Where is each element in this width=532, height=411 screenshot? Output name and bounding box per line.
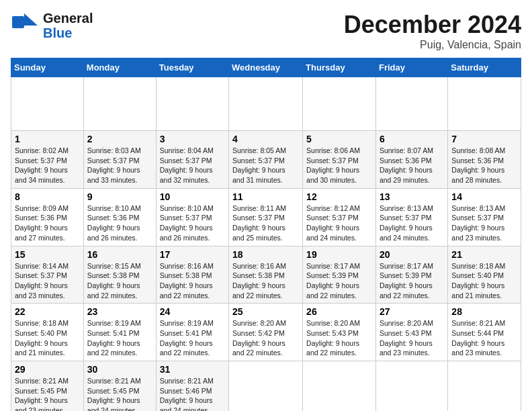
day-info: Sunrise: 8:05 AMSunset: 5:37 PMDaylight:… (232, 146, 286, 184)
day-info: Sunrise: 8:10 AMSunset: 5:37 PMDaylight:… (160, 204, 214, 242)
calendar-cell: 22 Sunrise: 8:18 AMSunset: 5:40 PMDaylig… (11, 304, 84, 361)
calendar-cell (303, 77, 376, 131)
calendar-cell: 10 Sunrise: 8:10 AMSunset: 5:37 PMDaylig… (156, 188, 228, 246)
day-info: Sunrise: 8:12 AMSunset: 5:37 PMDaylight:… (306, 204, 360, 242)
day-number: 1 (15, 134, 80, 144)
logo-blue: Blue (43, 26, 72, 40)
day-number: 3 (160, 134, 225, 144)
day-number: 2 (87, 134, 152, 144)
day-info: Sunrise: 8:21 AMSunset: 5:45 PMDaylight:… (87, 377, 141, 411)
day-number: 8 (15, 191, 80, 202)
day-number: 15 (15, 249, 80, 260)
day-info: Sunrise: 8:20 AMSunset: 5:43 PMDaylight:… (380, 319, 433, 357)
day-info: Sunrise: 8:09 AMSunset: 5:36 PMDaylight:… (15, 204, 69, 242)
day-info: Sunrise: 8:13 AMSunset: 5:37 PMDaylight:… (380, 204, 433, 242)
day-number: 7 (451, 134, 517, 144)
calendar-cell: 9 Sunrise: 8:10 AMSunset: 5:36 PMDayligh… (83, 188, 156, 246)
calendar-cell: 11 Sunrise: 8:11 AMSunset: 5:37 PMDaylig… (229, 188, 303, 246)
calendar-cell: 6 Sunrise: 8:07 AMSunset: 5:36 PMDayligh… (375, 131, 447, 189)
weekday-header-monday: Monday (83, 58, 156, 77)
calendar-cell: 18 Sunrise: 8:16 AMSunset: 5:38 PMDaylig… (229, 246, 303, 304)
calendar-cell: 15 Sunrise: 8:14 AMSunset: 5:37 PMDaylig… (11, 246, 84, 304)
day-number: 22 (15, 306, 80, 317)
day-number: 21 (451, 249, 517, 260)
page-header: General Blue December 2024 Puig, Valenci… (11, 11, 521, 51)
day-info: Sunrise: 8:04 AMSunset: 5:37 PMDaylight:… (160, 146, 214, 184)
day-number: 9 (87, 191, 152, 202)
day-number: 18 (232, 249, 299, 260)
day-number: 29 (15, 364, 80, 375)
calendar-cell: 12 Sunrise: 8:12 AMSunset: 5:37 PMDaylig… (303, 188, 376, 246)
day-info: Sunrise: 8:15 AMSunset: 5:38 PMDaylight:… (87, 262, 141, 300)
day-number: 30 (87, 364, 152, 375)
day-info: Sunrise: 8:10 AMSunset: 5:36 PMDaylight:… (87, 204, 141, 242)
day-number: 26 (306, 306, 372, 317)
weekday-header-tuesday: Tuesday (156, 58, 228, 77)
calendar-cell: 20 Sunrise: 8:17 AMSunset: 5:39 PMDaylig… (375, 246, 447, 304)
day-number: 16 (87, 249, 152, 260)
day-number: 4 (232, 134, 299, 144)
calendar-cell (375, 77, 447, 131)
day-info: Sunrise: 8:02 AMSunset: 5:37 PMDaylight:… (15, 146, 69, 184)
calendar-cell (229, 77, 303, 131)
calendar-cell (229, 361, 303, 412)
calendar-cell: 29 Sunrise: 8:21 AMSunset: 5:45 PMDaylig… (11, 361, 84, 412)
calendar-cell: 24 Sunrise: 8:19 AMSunset: 5:41 PMDaylig… (156, 304, 228, 361)
calendar-cell: 3 Sunrise: 8:04 AMSunset: 5:37 PMDayligh… (156, 131, 228, 189)
day-info: Sunrise: 8:07 AMSunset: 5:36 PMDaylight:… (380, 146, 433, 184)
day-info: Sunrise: 8:20 AMSunset: 5:42 PMDaylight:… (232, 319, 286, 357)
day-info: Sunrise: 8:17 AMSunset: 5:39 PMDaylight:… (380, 262, 433, 300)
calendar-cell (303, 361, 376, 412)
day-number: 27 (380, 306, 444, 317)
day-number: 5 (306, 134, 372, 144)
calendar-cell (83, 77, 156, 131)
day-number: 14 (451, 191, 517, 202)
day-info: Sunrise: 8:16 AMSunset: 5:38 PMDaylight:… (160, 262, 214, 300)
calendar-cell: 23 Sunrise: 8:19 AMSunset: 5:41 PMDaylig… (83, 304, 156, 361)
day-info: Sunrise: 8:19 AMSunset: 5:41 PMDaylight:… (87, 319, 141, 357)
day-number: 19 (306, 249, 372, 260)
day-info: Sunrise: 8:08 AMSunset: 5:36 PMDaylight:… (451, 146, 505, 184)
day-number: 17 (160, 249, 225, 260)
day-info: Sunrise: 8:18 AMSunset: 5:40 PMDaylight:… (451, 262, 505, 300)
day-info: Sunrise: 8:17 AMSunset: 5:39 PMDaylight:… (306, 262, 360, 300)
day-number: 23 (87, 306, 152, 317)
calendar-cell: 4 Sunrise: 8:05 AMSunset: 5:37 PMDayligh… (229, 131, 303, 189)
day-info: Sunrise: 8:13 AMSunset: 5:37 PMDaylight:… (451, 204, 505, 242)
calendar-cell (448, 361, 521, 412)
calendar-cell (156, 77, 228, 131)
svg-marker-1 (24, 13, 38, 26)
calendar-cell (375, 361, 447, 412)
location: Puig, Valencia, Spain (344, 39, 521, 51)
day-number: 20 (380, 249, 444, 260)
calendar-cell (448, 77, 521, 131)
logo: General Blue (11, 11, 93, 40)
day-number: 13 (380, 191, 444, 202)
calendar-cell (11, 77, 84, 131)
day-number: 12 (306, 191, 372, 202)
weekday-header-saturday: Saturday (448, 58, 521, 77)
weekday-header-thursday: Thursday (303, 58, 376, 77)
day-info: Sunrise: 8:21 AMSunset: 5:45 PMDaylight:… (15, 377, 69, 411)
calendar-cell: 16 Sunrise: 8:15 AMSunset: 5:38 PMDaylig… (83, 246, 156, 304)
day-info: Sunrise: 8:21 AMSunset: 5:44 PMDaylight:… (451, 319, 505, 357)
calendar-cell: 26 Sunrise: 8:20 AMSunset: 5:43 PMDaylig… (303, 304, 376, 361)
calendar-cell: 19 Sunrise: 8:17 AMSunset: 5:39 PMDaylig… (303, 246, 376, 304)
calendar-cell: 5 Sunrise: 8:06 AMSunset: 5:37 PMDayligh… (303, 131, 376, 189)
svg-rect-0 (12, 16, 24, 28)
day-info: Sunrise: 8:06 AMSunset: 5:37 PMDaylight:… (306, 146, 360, 184)
day-number: 28 (451, 306, 517, 317)
day-number: 24 (160, 306, 225, 317)
day-info: Sunrise: 8:18 AMSunset: 5:40 PMDaylight:… (15, 319, 69, 357)
day-info: Sunrise: 8:11 AMSunset: 5:37 PMDaylight:… (232, 204, 286, 242)
day-info: Sunrise: 8:21 AMSunset: 5:46 PMDaylight:… (160, 377, 214, 411)
calendar-cell: 8 Sunrise: 8:09 AMSunset: 5:36 PMDayligh… (11, 188, 84, 246)
day-number: 11 (232, 191, 299, 202)
day-number: 31 (160, 364, 225, 375)
month-title: December 2024 (344, 11, 521, 39)
weekday-header-friday: Friday (375, 58, 447, 77)
calendar-cell: 30 Sunrise: 8:21 AMSunset: 5:45 PMDaylig… (83, 361, 156, 412)
day-number: 25 (232, 306, 299, 317)
day-info: Sunrise: 8:03 AMSunset: 5:37 PMDaylight:… (87, 146, 141, 184)
calendar-cell: 17 Sunrise: 8:16 AMSunset: 5:38 PMDaylig… (156, 246, 228, 304)
